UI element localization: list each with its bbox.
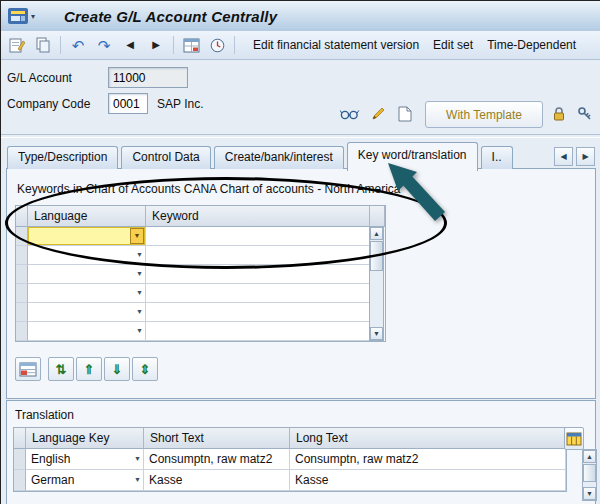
scroll-up-icon[interactable]: ▲ bbox=[370, 227, 383, 240]
short-text-cell[interactable]: Consumptn, raw matz2 bbox=[144, 449, 290, 470]
translation-section-title: Translation bbox=[15, 408, 74, 422]
row-selector[interactable] bbox=[14, 470, 26, 491]
language-cell[interactable]: ▼ bbox=[28, 322, 146, 341]
keywords-header-row: Language Keyword bbox=[16, 206, 385, 227]
gl-account-input[interactable] bbox=[108, 67, 188, 88]
long-text-cell[interactable]: Kasse bbox=[290, 470, 566, 491]
section-divider bbox=[1, 134, 600, 138]
chevron-down-icon[interactable]: ▼ bbox=[136, 322, 143, 340]
keywords-panel: Keywords in Chart of Accounts CANA Chart… bbox=[6, 168, 596, 399]
short-text-column-header[interactable]: Short Text bbox=[144, 428, 290, 449]
table-maintenance-icon[interactable] bbox=[15, 357, 41, 381]
language-key-cell[interactable]: English▼ bbox=[26, 449, 144, 470]
display-change-icon[interactable] bbox=[337, 102, 363, 126]
application-toolbar: ↶ ↷ ◀ ▶ Edit financial statement version… bbox=[1, 31, 600, 60]
time-dependent-data-icon[interactable] bbox=[178, 34, 204, 57]
row-selector[interactable] bbox=[14, 449, 26, 470]
sap-window: ▾ Create G/L Account Centrally ↶ ↷ ◀ ▶ E… bbox=[0, 0, 600, 504]
copy-account-icon[interactable] bbox=[30, 34, 56, 57]
tab-information[interactable]: I.. bbox=[481, 146, 513, 169]
with-template-button[interactable]: With Template bbox=[425, 101, 543, 128]
scroll-down-icon[interactable]: ▼ bbox=[583, 487, 596, 500]
translation-vertical-scrollbar[interactable]: ▲ ▼ bbox=[582, 449, 597, 501]
row-selector[interactable] bbox=[16, 265, 28, 284]
company-name-text: SAP Inc. bbox=[157, 97, 203, 111]
row-swap-icon[interactable]: ⇅ bbox=[48, 357, 74, 381]
row-selector-header[interactable] bbox=[14, 428, 26, 449]
language-cell[interactable]: ▼ bbox=[28, 303, 146, 322]
row-selector-header[interactable] bbox=[16, 206, 28, 227]
row-down-icon[interactable]: ⇓ bbox=[104, 357, 130, 381]
scroll-up-icon[interactable]: ▲ bbox=[583, 450, 596, 463]
chevron-down-icon[interactable]: ▼ bbox=[136, 265, 143, 283]
short-text-cell[interactable]: Kasse bbox=[144, 470, 290, 491]
keywords-table-toolbar: ⇅ ⇑ ⇓ ⇕ bbox=[15, 357, 158, 381]
period-clock-icon[interactable] bbox=[204, 34, 230, 57]
chevron-down-icon[interactable]: ▼ bbox=[134, 470, 141, 490]
chevron-down-icon[interactable]: ▼ bbox=[136, 303, 143, 321]
company-code-input[interactable] bbox=[108, 93, 148, 114]
tab-control-data[interactable]: Control Data bbox=[121, 146, 210, 169]
time-dependent-link[interactable]: Time-Dependent bbox=[487, 38, 576, 52]
language-cell-selected[interactable]: ▼ bbox=[28, 227, 146, 246]
language-cell[interactable]: ▼ bbox=[28, 265, 146, 284]
sap-logo-icon[interactable] bbox=[8, 8, 28, 24]
tab-type-description[interactable]: Type/Description bbox=[7, 146, 118, 169]
tab-create-bank-interest[interactable]: Create/bank/interest bbox=[214, 146, 344, 169]
translation-header-row: Language Key Short Text Long Text bbox=[14, 428, 566, 449]
header-filler-cell bbox=[370, 206, 385, 227]
scrollbar-thumb[interactable] bbox=[370, 241, 383, 271]
long-text-column-header[interactable]: Long Text bbox=[290, 428, 566, 449]
next-account-icon[interactable]: ▶ bbox=[143, 34, 169, 57]
keywords-vertical-scrollbar[interactable]: ▲ ▼ bbox=[369, 226, 384, 341]
language-cell[interactable]: ▼ bbox=[28, 246, 146, 265]
edit-financial-statement-version-link[interactable]: Edit financial statement version bbox=[253, 38, 419, 52]
row-selector[interactable] bbox=[16, 246, 28, 265]
row-selector[interactable] bbox=[16, 303, 28, 322]
chevron-down-icon[interactable]: ▼ bbox=[136, 284, 143, 302]
row-selector[interactable] bbox=[16, 284, 28, 303]
chevron-down-icon[interactable]: ▼ bbox=[134, 449, 141, 469]
keyword-cell[interactable] bbox=[146, 227, 370, 246]
language-key-cell[interactable]: German▼ bbox=[26, 470, 144, 491]
language-column-header[interactable]: Language bbox=[28, 206, 146, 227]
create-page-icon[interactable] bbox=[392, 102, 418, 126]
row-up-icon[interactable]: ⇑ bbox=[76, 357, 102, 381]
table-row: English▼ Consumptn, raw matz2 Consumptn,… bbox=[14, 449, 566, 470]
language-cell[interactable]: ▼ bbox=[28, 284, 146, 303]
undo-icon[interactable]: ↶ bbox=[65, 34, 91, 57]
scroll-down-icon[interactable]: ▼ bbox=[370, 327, 383, 340]
keyword-cell[interactable] bbox=[146, 322, 370, 341]
lock-icon[interactable] bbox=[546, 102, 572, 126]
window-menu-caret-icon[interactable]: ▾ bbox=[31, 12, 35, 21]
row-selector[interactable] bbox=[16, 227, 28, 246]
previous-account-icon[interactable]: ◀ bbox=[117, 34, 143, 57]
table-settings-icon[interactable] bbox=[564, 427, 584, 450]
keyword-cell[interactable] bbox=[146, 246, 370, 265]
chevron-down-icon[interactable]: ▼ bbox=[130, 228, 144, 244]
table-row: German▼ Kasse Kasse bbox=[14, 470, 566, 491]
row-navigation-group: ⇅ ⇑ ⇓ ⇕ bbox=[48, 357, 158, 381]
tab-key-word-translation[interactable]: Key word/translation bbox=[347, 142, 478, 171]
other-account-icon[interactable] bbox=[4, 34, 30, 57]
page-title: Create G/L Account Centrally bbox=[64, 8, 277, 25]
keyword-cell[interactable] bbox=[146, 303, 370, 322]
keyword-column-header[interactable]: Keyword bbox=[146, 206, 370, 227]
keyword-cell[interactable] bbox=[146, 265, 370, 284]
key-icon[interactable] bbox=[572, 102, 598, 126]
redo-icon[interactable]: ↷ bbox=[91, 34, 117, 57]
edit-set-link[interactable]: Edit set bbox=[433, 38, 473, 52]
translation-table: Language Key Short Text Long Text Englis… bbox=[13, 427, 567, 492]
tab-scroll-left-icon[interactable]: ◀ bbox=[554, 147, 573, 166]
row-selector[interactable] bbox=[16, 322, 28, 341]
scrollbar-thumb[interactable] bbox=[583, 464, 596, 482]
keyword-cell[interactable] bbox=[146, 284, 370, 303]
row-scroll-icon[interactable]: ⇕ bbox=[132, 357, 158, 381]
table-row: ▼ bbox=[16, 303, 385, 322]
tab-scroll-right-icon[interactable]: ▶ bbox=[576, 147, 595, 166]
chevron-down-icon[interactable]: ▼ bbox=[136, 246, 143, 264]
language-key-column-header[interactable]: Language Key bbox=[26, 428, 144, 449]
long-text-cell[interactable]: Consumptn, raw matz2 bbox=[290, 449, 566, 470]
gl-account-label: G/L Account bbox=[7, 71, 72, 85]
change-pencil-icon[interactable] bbox=[365, 102, 391, 126]
